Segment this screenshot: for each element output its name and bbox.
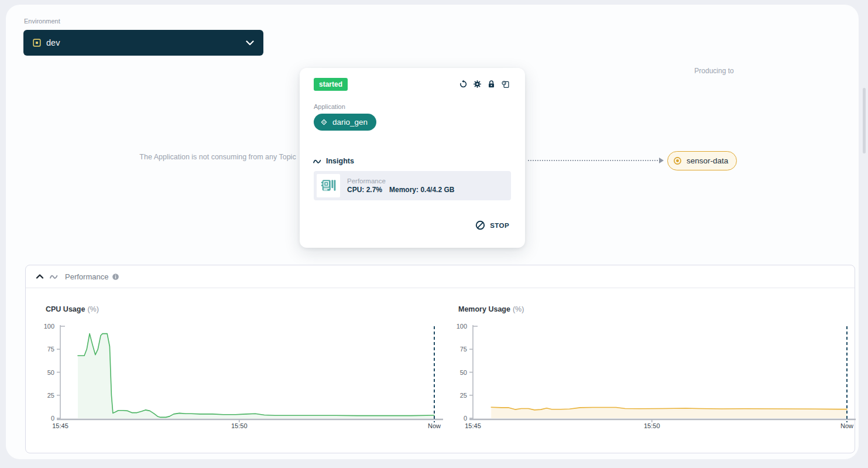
deployment-card: started Application	[300, 68, 525, 248]
performance-panel-header: Performance	[26, 265, 855, 288]
logs-icon[interactable]	[501, 80, 510, 88]
cpu-chart-title: CPU Usage(%)	[46, 305, 99, 313]
cpu-chart-plot: 025507510015:4515:50Now	[42, 317, 451, 434]
stop-label: STOP	[490, 222, 509, 229]
info-icon[interactable]	[112, 273, 119, 281]
redeploy-icon[interactable]	[459, 80, 468, 88]
environment-selected-value: dev	[46, 38, 60, 47]
pipeline-page: Environment dev The Application is not c…	[0, 0, 868, 468]
wave-icon	[49, 273, 59, 280]
application-label: Application	[314, 103, 345, 110]
collapse-chevron-up-icon[interactable]	[36, 274, 44, 279]
insights-label: Insights	[326, 157, 354, 165]
memory-chart-title: Memory Usage(%)	[458, 305, 524, 313]
environment-icon	[33, 39, 41, 47]
topic-node-sensor-data[interactable]: sensor-data	[667, 151, 737, 170]
connector-arrow-icon	[659, 158, 664, 163]
memory-metric: Memory: 0.4/4.2 GB	[389, 186, 454, 194]
pipeline-canvas: Environment dev The Application is not c…	[6, 5, 859, 459]
svg-text:75: 75	[47, 346, 54, 353]
svg-text:50: 50	[460, 369, 467, 376]
svg-text:15:45: 15:45	[465, 422, 481, 429]
svg-text:15:50: 15:50	[644, 422, 660, 429]
environment-label: Environment	[24, 18, 60, 25]
cpu-usage-chart: CPU Usage(%) 025507510015:4515:50Now	[42, 302, 451, 448]
application-chip[interactable]: dario_gen	[314, 114, 376, 131]
svg-text:15:50: 15:50	[231, 422, 248, 429]
performance-insight-row[interactable]: Performance CPU: 2.7% Memory: 0.4/4.2 GB	[314, 171, 511, 200]
settings-icon[interactable]	[473, 80, 482, 88]
chevron-down-icon	[246, 40, 254, 46]
svg-text:25: 25	[47, 392, 54, 399]
svg-text:50: 50	[47, 369, 54, 376]
output-connector-line	[528, 160, 660, 161]
application-icon	[320, 118, 328, 127]
lock-icon[interactable]	[487, 80, 496, 88]
svg-text:25: 25	[460, 392, 467, 399]
svg-text:15:45: 15:45	[52, 422, 68, 429]
application-name: dario_gen	[332, 118, 368, 127]
chip-icon-box	[317, 174, 340, 197]
stop-icon	[475, 220, 485, 230]
no-input-topic-text: The Application is not consuming from an…	[112, 153, 323, 161]
topic-icon	[673, 156, 682, 165]
svg-text:0: 0	[464, 415, 467, 422]
insight-title: Performance	[347, 177, 454, 185]
svg-text:75: 75	[460, 346, 467, 353]
svg-text:100: 100	[44, 323, 54, 330]
status-badge: started	[314, 78, 348, 91]
scrollbar-thumb[interactable]	[863, 88, 866, 153]
wave-icon	[313, 158, 322, 165]
card-action-icons	[459, 80, 510, 88]
stop-button[interactable]: STOP	[475, 220, 509, 230]
memory-chart-plot: 025507510015:4515:50Now	[454, 317, 864, 434]
motherboard-icon	[321, 178, 336, 193]
performance-panel-title: Performance	[65, 272, 108, 281]
svg-text:100: 100	[457, 323, 467, 330]
topic-name: sensor-data	[687, 156, 728, 165]
performance-panel: Performance CPU Usage(%) 025507510015:45…	[25, 265, 855, 453]
svg-text:Now: Now	[428, 422, 441, 429]
memory-usage-chart: Memory Usage(%) 025507510015:4515:50Now	[454, 302, 864, 448]
insights-header: Insights	[313, 157, 354, 165]
producing-to-label: Producing to	[679, 67, 749, 75]
svg-text:0: 0	[51, 415, 54, 422]
svg-text:Now: Now	[840, 422, 853, 429]
environment-dropdown[interactable]: dev	[23, 30, 263, 56]
cpu-metric: CPU: 2.7%	[347, 186, 382, 194]
